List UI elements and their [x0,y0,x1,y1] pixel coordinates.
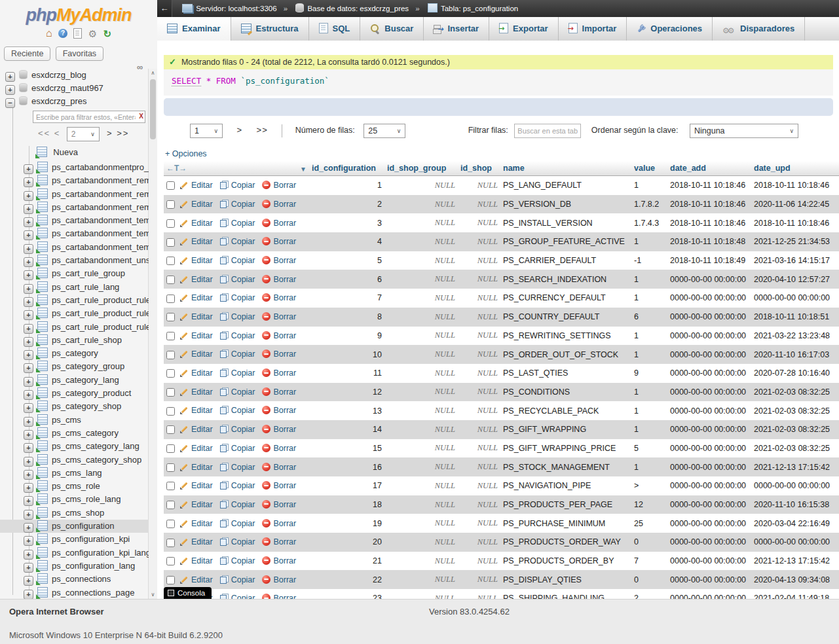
cell-id-shop-group[interactable]: NULL [384,195,458,214]
cell-value[interactable]: 1 [631,401,667,420]
cell-value[interactable]: 9 [631,364,667,383]
row-checkbox[interactable] [166,539,175,547]
row-checkbox[interactable] [166,257,175,265]
cell-id-shop[interactable]: NULL [458,232,500,251]
cell-name[interactable]: PS_INSTALL_VERSION [500,213,631,232]
cell-date-add[interactable]: 0000-00-00 00:00:00 [667,364,751,383]
cell-date-add[interactable]: 0000-00-00 00:00:00 [667,495,751,514]
cell-name[interactable]: PS_ORDER_OUT_OF_STOCK [500,345,631,364]
expand-icon[interactable]: + [24,310,33,320]
cell-id-configuration[interactable]: 8 [309,308,384,327]
cell-value[interactable]: 2 [631,589,667,599]
delete-link[interactable]: Borrar [262,181,296,190]
page-select[interactable]: 1∨ [190,124,223,138]
cell-id-shop[interactable]: NULL [458,439,500,458]
cell-name[interactable]: PS_SEARCH_INDEXATION [500,270,631,289]
delete-link[interactable]: Borrar [262,594,296,599]
cell-id-shop-group[interactable]: NULL [384,383,458,402]
expand-icon[interactable]: + [5,72,15,82]
delete-link[interactable]: Borrar [262,463,296,472]
cell-name[interactable]: PS_GIFT_WRAPPING_PRICE [500,439,631,458]
cell-id-configuration[interactable]: 3 [309,213,384,232]
expand-icon[interactable]: + [24,377,33,387]
expand-icon[interactable]: + [24,297,33,307]
cell-name[interactable]: PS_REWRITING_SETTINGS [500,327,631,346]
expand-icon[interactable]: + [24,590,33,599]
edit-link[interactable]: Editar [180,368,213,378]
cell-id-shop-group[interactable]: NULL [384,308,458,327]
delete-link[interactable]: Borrar [262,275,296,284]
console-button[interactable]: Consola [164,587,212,599]
row-checkbox[interactable] [166,181,175,190]
cell-date-add[interactable]: 0000-00-00 00:00:00 [667,552,751,571]
cell-date-add[interactable]: 0000-00-00 00:00:00 [667,570,751,589]
cell-date-upd[interactable]: 2021-02-03 08:32:25 [751,401,839,420]
sidebar-item-ps_cart_rule_product_rule[interactable]: +ps_cart_rule_product_rule [0,294,149,307]
cell-name[interactable]: PS_GROUP_FEATURE_ACTIVE [500,232,631,251]
sidebar-item-ps_cms_role[interactable]: +ps_cms_role [0,480,149,493]
delete-link[interactable]: Borrar [262,387,296,397]
copy-link[interactable]: Copiar [220,463,255,472]
cell-id-shop[interactable]: NULL [458,213,500,232]
cell-value[interactable]: 0 [631,570,667,589]
cell-name[interactable]: PS_PRODUCTS_ORDER_BY [500,552,631,571]
cell-id-configuration[interactable]: 4 [309,232,384,251]
column-header-id_configuration[interactable]: id_configuration [309,161,384,176]
cell-name[interactable]: PS_CARRIER_DEFAULT [500,251,631,270]
delete-link[interactable]: Borrar [262,556,296,565]
sidebar-item-ps_category[interactable]: +ps_category [0,347,149,360]
delete-link[interactable]: Borrar [262,237,296,246]
column-header-id_shop_group[interactable]: id_shop_group [384,161,458,176]
expand-icon[interactable]: + [24,324,33,334]
cell-id-shop[interactable]: NULL [458,589,500,599]
cell-name[interactable]: PS_PURCHASE_MINIMUM [500,514,631,533]
cell-date-add[interactable]: 0000-00-00 00:00:00 [667,383,751,402]
next-page-button[interactable]: > [236,125,242,135]
expand-icon[interactable]: + [24,430,33,440]
collapse-sidebar-button[interactable]: ← [157,0,172,17]
copy-link[interactable]: Copiar [220,406,255,415]
copy-link[interactable]: Copiar [220,425,255,434]
cell-id-shop[interactable]: NULL [458,270,500,289]
edit-link[interactable]: Editar [180,500,213,509]
row-checkbox[interactable] [166,444,175,453]
cell-name[interactable]: PS_PRODUCTS_PER_PAGE [500,495,631,514]
cell-date-upd[interactable]: 2021-02-03 08:32:25 [751,439,839,458]
tab-buscar[interactable]: Buscar [360,17,424,41]
copy-link[interactable]: Copiar [220,256,255,265]
cell-id-shop-group[interactable]: NULL [384,439,458,458]
edit-link[interactable]: Editar [180,219,213,228]
settings-icon[interactable]: ⚙ [88,29,97,39]
expand-icon[interactable]: + [24,470,33,480]
doc-icon[interactable] [73,28,82,39]
favorite-tables-button[interactable]: Favoritas [56,46,103,61]
row-checkbox[interactable] [166,576,175,584]
sort-key-select[interactable]: Ninguna∨ [690,124,798,138]
sidebar-item-ps_cart_rule_lang[interactable]: +ps_cart_rule_lang [0,281,149,294]
cell-id-shop-group[interactable]: NULL [384,401,458,420]
cell-date-upd[interactable]: 2021-12-13 17:15:42 [751,552,839,571]
delete-link[interactable]: Borrar [262,425,296,434]
cell-id-shop-group[interactable]: NULL [384,570,458,589]
sidebar-item-ps_category_lang[interactable]: +ps_category_lang [0,374,149,387]
cell-date-add[interactable]: 0000-00-00 00:00:00 [667,308,751,327]
expand-icon[interactable]: + [24,536,33,546]
cell-id-configuration[interactable]: 9 [309,327,384,346]
row-checkbox[interactable] [166,200,175,209]
row-checkbox[interactable] [166,276,175,284]
cell-id-shop[interactable]: NULL [458,420,500,439]
expand-icon[interactable]: + [24,390,33,400]
cell-id-configuration[interactable]: 19 [309,514,384,533]
row-checkbox[interactable] [166,463,175,472]
tab-disparadores[interactable]: Disparadores [713,17,805,41]
cell-name[interactable]: PS_CONDITIONS [500,383,631,402]
copy-link[interactable]: Copiar [220,312,255,321]
expand-icon[interactable]: + [24,230,33,240]
edit-link[interactable]: Editar [180,425,213,434]
tab-exportar[interactable]: Exportar [489,17,558,41]
sidebar-item-ps_cartabandonmentpro_c[interactable]: +ps_cartabandonmentpro_c [0,161,149,174]
cell-date-add[interactable]: 0000-00-00 00:00:00 [667,401,751,420]
cell-name[interactable]: PS_STOCK_MANAGEMENT [500,457,631,476]
cell-date-upd[interactable]: 2021-02-04 11:49:18 [751,589,839,599]
cell-id-shop-group[interactable]: NULL [384,457,458,476]
